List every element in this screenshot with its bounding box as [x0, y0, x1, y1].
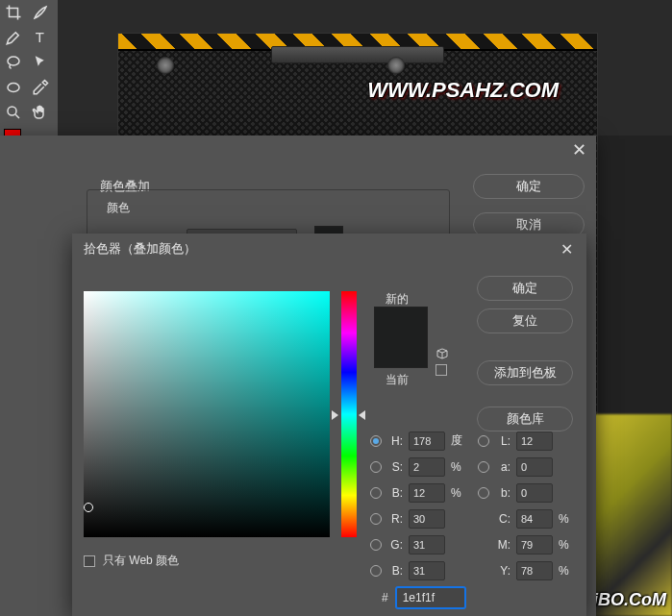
- ok-button[interactable]: 确定: [477, 276, 573, 301]
- rivet-icon: [387, 57, 405, 74]
- current-label: 当前: [386, 372, 409, 388]
- path-select-tool[interactable]: [27, 50, 54, 75]
- h-unit: 度: [451, 432, 464, 449]
- rivet-icon: [157, 57, 174, 74]
- a-radio[interactable]: [478, 461, 489, 473]
- shape-tool[interactable]: [0, 75, 27, 100]
- c-input[interactable]: [516, 509, 553, 529]
- close-icon[interactable]: ✕: [572, 139, 586, 160]
- m-unit: %: [559, 538, 572, 552]
- a-label: a:: [495, 460, 510, 474]
- color-picker-dialog: 拾色器（叠加颜色） ✕ 新的 当前 确定 复位 添加到色板 颜色库: [72, 234, 586, 616]
- plate-top: [271, 46, 444, 63]
- hue-arrow-left-icon: [332, 410, 338, 420]
- b-unit: %: [451, 486, 464, 500]
- dialog-titlebar: ✕: [0, 136, 596, 164]
- crop-tool[interactable]: [0, 0, 27, 25]
- svg-point-2: [8, 84, 19, 92]
- h-label: H:: [387, 434, 403, 448]
- ok-button[interactable]: 确定: [473, 174, 585, 199]
- bg-blur: [585, 414, 672, 616]
- c-label: C:: [495, 512, 510, 526]
- s-radio[interactable]: [370, 461, 382, 473]
- s-label: S:: [387, 460, 403, 474]
- m-label: M:: [495, 538, 510, 552]
- subsection-title: 颜色: [107, 200, 436, 216]
- b-label: B:: [387, 486, 403, 500]
- zoom-tool[interactable]: [0, 100, 27, 125]
- y-unit: %: [559, 564, 572, 578]
- l-label: L:: [495, 434, 510, 448]
- h-input[interactable]: [409, 431, 445, 451]
- y-input[interactable]: [516, 561, 553, 580]
- g-input[interactable]: [409, 535, 445, 554]
- g-radio[interactable]: [370, 539, 382, 551]
- hue-arrow-right-icon: [359, 410, 365, 420]
- s-unit: %: [451, 460, 464, 474]
- lasso-tool[interactable]: [0, 50, 27, 75]
- type-tool[interactable]: T: [27, 25, 54, 50]
- reset-button[interactable]: 复位: [477, 308, 573, 333]
- hex-label: #: [382, 591, 388, 604]
- eyedropper-tool[interactable]: [27, 75, 54, 100]
- h-radio[interactable]: [370, 435, 382, 447]
- add-swatch-button[interactable]: 添加到色板: [477, 360, 573, 385]
- b-input[interactable]: [409, 483, 445, 503]
- rb-label: B:: [387, 564, 403, 578]
- new-label: 新的: [386, 291, 409, 308]
- svg-point-3: [8, 107, 16, 115]
- tool-panel: T: [0, 0, 58, 136]
- m-input[interactable]: [516, 535, 553, 554]
- s-input[interactable]: [409, 457, 445, 477]
- a-input[interactable]: [516, 457, 553, 477]
- close-icon[interactable]: ✕: [558, 240, 575, 258]
- square-icon[interactable]: [436, 364, 447, 376]
- lb-input[interactable]: [516, 483, 553, 503]
- r-radio[interactable]: [370, 513, 382, 525]
- lb-radio[interactable]: [478, 487, 489, 499]
- lb-label: b:: [495, 486, 510, 500]
- picker-titlebar: 拾色器（叠加颜色） ✕: [72, 234, 586, 264]
- r-label: R:: [387, 512, 403, 526]
- color-field[interactable]: [84, 291, 330, 537]
- svg-point-1: [8, 57, 19, 65]
- svg-text:T: T: [36, 29, 44, 45]
- b-radio[interactable]: [370, 487, 382, 499]
- current-color-half: [375, 337, 427, 367]
- color-field-cursor: [84, 503, 93, 512]
- r-input[interactable]: [409, 509, 445, 529]
- l-input[interactable]: [516, 431, 553, 451]
- rb-input[interactable]: [409, 561, 445, 580]
- c-unit: %: [559, 512, 572, 526]
- y-label: Y:: [495, 564, 510, 578]
- web-only-checkbox[interactable]: [84, 555, 95, 567]
- pen-tool[interactable]: [0, 25, 27, 50]
- hand-tool[interactable]: [27, 100, 54, 125]
- watermark-url: WWW.PSAHZ.COM: [367, 78, 559, 103]
- l-radio[interactable]: [478, 435, 489, 447]
- new-current-swatch[interactable]: [374, 307, 428, 368]
- g-label: G:: [387, 538, 403, 552]
- hue-slider[interactable]: [341, 291, 357, 537]
- new-color-half: [375, 308, 427, 337]
- web-only-label: 只有 Web 颜色: [103, 553, 179, 569]
- picker-title: 拾色器（叠加颜色）: [84, 240, 196, 258]
- rb-radio[interactable]: [370, 565, 382, 577]
- cube-icon[interactable]: [436, 347, 449, 360]
- brush-tool[interactable]: [27, 0, 54, 25]
- hex-input[interactable]: [396, 587, 465, 608]
